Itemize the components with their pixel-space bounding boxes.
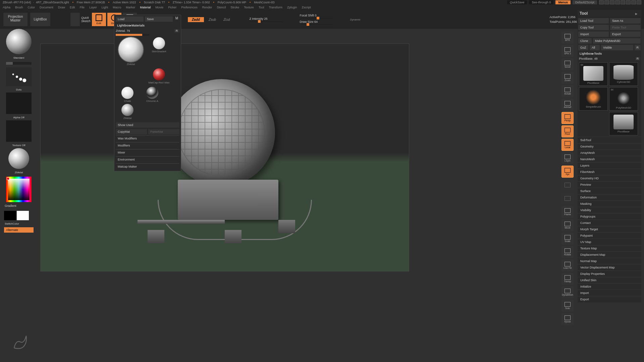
menu-color[interactable]: Color xyxy=(28,6,35,9)
menu-file[interactable]: File xyxy=(80,6,85,9)
menu-layer[interactable]: Layer xyxy=(89,6,97,9)
menu-render[interactable]: Render xyxy=(202,6,212,9)
menu-alpha[interactable]: Alpha xyxy=(3,6,10,9)
show-used-button[interactable]: Show Used xyxy=(116,122,179,128)
menu-light[interactable]: Light xyxy=(102,6,108,9)
menu-stencil[interactable]: Stencil xyxy=(217,6,226,9)
material-preview[interactable] xyxy=(8,148,29,169)
viewport-tool-transp[interactable]: Transp xyxy=(561,273,574,285)
menu-macro[interactable]: Macro xyxy=(113,6,121,9)
defaultzscript-button[interactable]: DefaultZScript xyxy=(573,0,597,4)
viewport-tool-blank-11[interactable] xyxy=(561,179,574,191)
load-tool-button[interactable]: Load Tool xyxy=(578,18,609,23)
accordion-initialize[interactable]: Initialize xyxy=(578,283,641,290)
brush-preview[interactable] xyxy=(6,29,32,54)
save-as-button[interactable]: Save As xyxy=(610,18,641,23)
tool-thumb-simplebrush[interactable]: SimpleBrush xyxy=(579,87,608,111)
viewport-tool-persp[interactable]: Persp xyxy=(561,112,574,124)
quicksave-button[interactable]: QuickSave xyxy=(507,0,527,4)
canvas-viewport[interactable] xyxy=(40,44,409,272)
viewport-tool-floor[interactable]: Floor xyxy=(561,125,574,137)
minimize-icon[interactable] xyxy=(626,0,631,4)
seethrough-slider[interactable]: See-through 0 xyxy=(529,0,553,4)
menu-movie[interactable]: Movie xyxy=(155,6,163,9)
material-breadcrumb[interactable]: Lightbox▸Materials xyxy=(116,23,179,28)
focalshift-slider[interactable] xyxy=(300,18,333,19)
viewport-tool-dynamesh[interactable]: DynaMesh xyxy=(561,286,574,298)
window-icon-2[interactable] xyxy=(604,0,609,4)
mat-swatch-chalk[interactable]: Chalk xyxy=(116,87,139,103)
accordion-subtool[interactable]: SubTool xyxy=(578,137,641,143)
accordion-display-properties[interactable]: Display Properties xyxy=(578,270,641,277)
viewport-tool-local[interactable]: Local xyxy=(561,139,574,151)
paste-tool-button[interactable]: Paste Tool xyxy=(610,25,641,30)
viewport-tool-frame[interactable]: Frame xyxy=(561,206,574,218)
accordion-contact[interactable]: Contact xyxy=(578,220,641,226)
dynamic-label[interactable]: Dynamic xyxy=(350,18,361,21)
mat-section-mixer[interactable]: Mixer xyxy=(116,149,179,156)
stroke-preview[interactable] xyxy=(6,67,32,86)
accordion-morph-target[interactable]: Morph Target xyxy=(578,226,641,232)
tool-thumb-cylinder[interactable]: Cylinder3D xyxy=(609,62,638,86)
menu-draw[interactable]: Draw xyxy=(58,6,65,9)
accordion-displacement-map[interactable]: Displacement Map xyxy=(578,251,641,258)
viewport-tool-spix-3[interactable]: SPix 3 xyxy=(561,45,574,57)
menu-texture[interactable]: Texture xyxy=(244,6,254,9)
zcut-button[interactable]: Zcut xyxy=(221,17,232,22)
menus-button[interactable]: Menus xyxy=(555,0,571,4)
mat-swatch-zmetal[interactable]: ZMetal xyxy=(116,104,139,120)
viewport-tool-aahalf[interactable]: AAHalf xyxy=(561,99,574,111)
accordion-nanomesh[interactable]: NanoMesh xyxy=(578,156,641,162)
window-icon-5[interactable] xyxy=(621,0,625,4)
tool-thumb-pivotbase[interactable]: 84 PivotBase xyxy=(579,62,608,86)
viewport-tool-bpr[interactable]: BPR xyxy=(561,32,574,44)
accordion-polypaint[interactable]: Polypaint xyxy=(578,232,641,239)
viewport-tool-xyz[interactable]: Xyz xyxy=(561,166,574,178)
brush-slider[interactable] xyxy=(6,62,32,65)
menu-material[interactable]: Material xyxy=(140,6,151,9)
menu-brush[interactable]: Brush xyxy=(15,6,23,9)
drawsize-slider[interactable] xyxy=(300,24,333,25)
accordion-preview[interactable]: Preview xyxy=(578,181,641,188)
accordion-surface[interactable]: Surface xyxy=(578,188,641,194)
window-icon-3[interactable] xyxy=(610,0,614,4)
material-slider[interactable] xyxy=(116,34,149,36)
lightbox-tools-label[interactable]: Lightbox▸Tools xyxy=(578,51,641,56)
mat-swatch-chrome[interactable]: Chrome A xyxy=(141,87,164,103)
mat-swatch-redwax[interactable]: MatCap Red Wax xyxy=(147,68,171,84)
material-save-button[interactable]: Save xyxy=(145,16,173,22)
accordion-geometry-hd[interactable]: Geometry HD xyxy=(578,175,641,181)
swatch-primary[interactable] xyxy=(17,211,29,220)
sketch-icon[interactable] xyxy=(70,13,80,26)
accordion-polygroups[interactable]: Polygroups xyxy=(578,213,641,220)
menu-edit[interactable]: Edit xyxy=(70,6,75,9)
menu-marker[interactable]: Marker xyxy=(126,6,135,9)
accordion-export[interactable]: Export xyxy=(578,296,641,302)
alpha-slot[interactable] xyxy=(6,93,32,114)
menu-tool[interactable]: Tool xyxy=(259,6,264,9)
accordion-vector-displacement-map[interactable]: Vector Displacement Map xyxy=(578,264,641,270)
projection-master-button[interactable]: Projection Master xyxy=(3,13,28,26)
import-button[interactable]: Import xyxy=(578,32,609,37)
viewport-tool-rotate[interactable]: Rotate xyxy=(561,246,574,258)
mat-section-wax[interactable]: Wax Modifiers xyxy=(116,135,179,141)
viewport-tool-solo[interactable]: Solo xyxy=(561,300,574,312)
maximize-icon[interactable] xyxy=(631,0,636,4)
quick-sketch-button[interactable]: Quick Sketch xyxy=(81,16,91,23)
accordion-normal-map[interactable]: Normal Map xyxy=(578,258,641,264)
make-polymesh-button[interactable]: Make PolyMesh3D xyxy=(593,38,641,44)
menu-zscript[interactable]: Zscript xyxy=(302,6,311,9)
mat-section-matcap[interactable]: Matcap Maker xyxy=(116,163,179,170)
zadd-button[interactable]: Zadd xyxy=(188,17,204,22)
gradient-label[interactable]: Gradient xyxy=(4,203,34,208)
zintensity-slider[interactable] xyxy=(250,21,283,22)
texture-slot[interactable] xyxy=(6,120,32,142)
material-load-button[interactable]: Load xyxy=(116,16,144,22)
viewport-tool-lsym[interactable]: LSym xyxy=(561,152,574,164)
switchcolor-button[interactable]: SwitchColor xyxy=(4,222,34,226)
window-icon-4[interactable] xyxy=(615,0,620,4)
zsub-button[interactable]: Zsub xyxy=(206,17,219,22)
viewport-tool-blank-12[interactable] xyxy=(561,192,574,204)
accordion-texture-map[interactable]: Texture Map xyxy=(578,245,641,251)
close-icon[interactable] xyxy=(637,0,641,4)
